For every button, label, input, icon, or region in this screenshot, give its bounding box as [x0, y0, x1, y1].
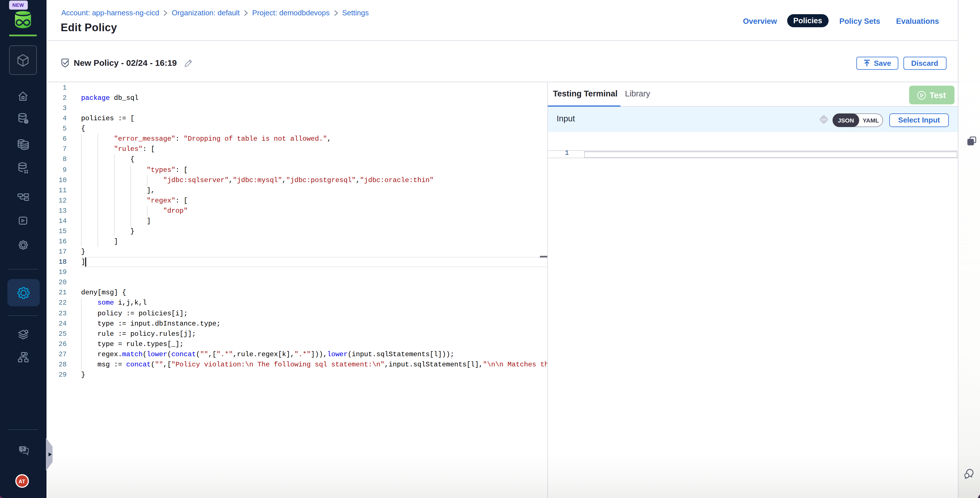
svg-text:</>: </> [821, 118, 827, 122]
svg-text:?: ? [21, 446, 24, 452]
